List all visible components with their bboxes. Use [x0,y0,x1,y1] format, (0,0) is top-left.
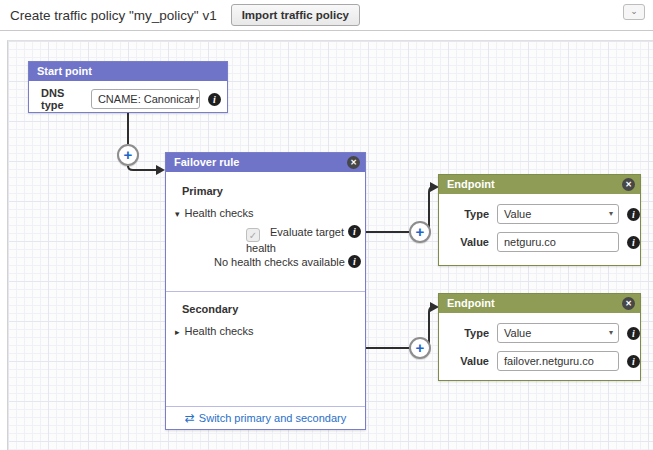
info-icon[interactable]: i [627,355,640,368]
close-icon[interactable]: ✕ [347,156,360,169]
traffic-policy-editor: Create traffic policy "my_policy" v1 Imp… [0,0,653,450]
start-point-body: DNS type CNAME: Canonical name ▾ i [29,81,227,117]
endpoint-value-label: Value [449,355,489,367]
endpoint-type-select[interactable]: Value ▾ [497,323,619,343]
evaluate-target-health-row: ✓Evaluate target health i [166,226,365,254]
endpoint-node-secondary: Endpoint ✕ Type Value ▾ i Value failover… [438,293,641,381]
page-title: Create traffic policy "my_policy" v1 [10,8,217,23]
page-header: Create traffic policy "my_policy" v1 Imp… [0,0,653,31]
start-point-header: Start point [29,62,227,81]
add-secondary-branch-button[interactable]: + [409,337,431,359]
plus-icon: + [416,223,425,240]
primary-health-checks-label: Health checks [185,207,254,219]
section-divider [166,291,365,292]
endpoint-value-input[interactable]: netguru.co [497,232,619,252]
endpoint-node-primary: Endpoint ✕ Type Value ▾ i Value netguru.… [438,174,641,266]
failover-rule-header: Failover rule ✕ [166,153,365,172]
caret-down-icon: ▾ [609,324,613,342]
info-icon[interactable]: i [348,225,361,238]
policy-canvas: Start point DNS type CNAME: Canonical na… [0,31,653,450]
endpoint-title: Endpoint [447,297,495,309]
endpoint-type-row: Type Value ▾ i [439,204,640,224]
plus-icon: + [124,146,133,163]
secondary-health-checks-toggle[interactable]: ▸Health checks [166,325,365,337]
dns-type-selected-value: CNAME: Canonical name [98,93,200,105]
info-icon[interactable]: i [348,255,361,268]
failover-rule-title: Failover rule [174,156,239,168]
failover-rule-node: Failover rule ✕ Primary ▾Health checks ✓… [165,152,366,430]
failover-footer: ⇄Switch primary and secondary [166,405,365,429]
add-rule-button[interactable]: + [117,144,139,166]
start-point-node: Start point DNS type CNAME: Canonical na… [28,61,228,113]
start-point-title: Start point [37,65,92,77]
add-primary-branch-button[interactable]: + [409,221,431,243]
no-health-checks-row: No health checks available i [166,256,365,268]
endpoint-value-row: Value netguru.co i [439,232,640,252]
endpoint-type-selected-value: Value [504,208,531,220]
secondary-section-label: Secondary [166,303,365,315]
endpoint-type-selected-value: Value [504,327,531,339]
endpoint-header: Endpoint ✕ [439,175,640,194]
switch-primary-secondary-link[interactable]: ⇄Switch primary and secondary [185,412,346,424]
primary-section-label: Primary [166,185,365,197]
caret-down-icon: ▾ [190,90,194,108]
endpoint-title: Endpoint [447,178,495,190]
endpoint-type-label: Type [449,208,489,220]
dns-type-label: DNS type [41,87,83,111]
swap-arrows-icon: ⇄ [185,411,195,425]
collapse-panel-button[interactable]: ⌄ [623,4,645,20]
info-icon[interactable]: i [627,327,640,340]
endpoint-header: Endpoint ✕ [439,294,640,313]
endpoint-value-row: Value failover.netguru.co i [439,351,640,371]
triangle-down-icon: ▾ [175,209,180,219]
info-icon[interactable]: i [627,236,640,249]
triangle-right-icon: ▸ [175,327,180,337]
endpoint-type-label: Type [449,327,489,339]
endpoint-type-select[interactable]: Value ▾ [497,204,619,224]
secondary-health-checks-label: Health checks [185,325,254,337]
dns-type-select[interactable]: CNAME: Canonical name ▾ [91,89,200,109]
no-health-checks-text: No health checks available [214,256,345,268]
caret-down-icon: ▾ [609,205,613,223]
close-icon[interactable]: ✕ [622,297,635,310]
checkbox-checked-icon[interactable]: ✓ [246,228,260,242]
endpoint-value-input[interactable]: failover.netguru.co [497,351,619,371]
plus-icon: + [416,339,425,356]
info-icon[interactable]: i [208,93,221,106]
endpoint-type-row: Type Value ▾ i [439,323,640,343]
evaluate-target-health-label: Evaluate target health [246,226,344,254]
endpoint-value-label: Value [449,236,489,248]
switch-link-label: Switch primary and secondary [199,412,346,424]
chevron-down-icon: ⌄ [630,6,638,16]
primary-health-checks-toggle[interactable]: ▾Health checks [166,207,365,219]
import-traffic-policy-button[interactable]: Import traffic policy [231,4,360,26]
close-icon[interactable]: ✕ [622,178,635,191]
info-icon[interactable]: i [627,208,640,221]
